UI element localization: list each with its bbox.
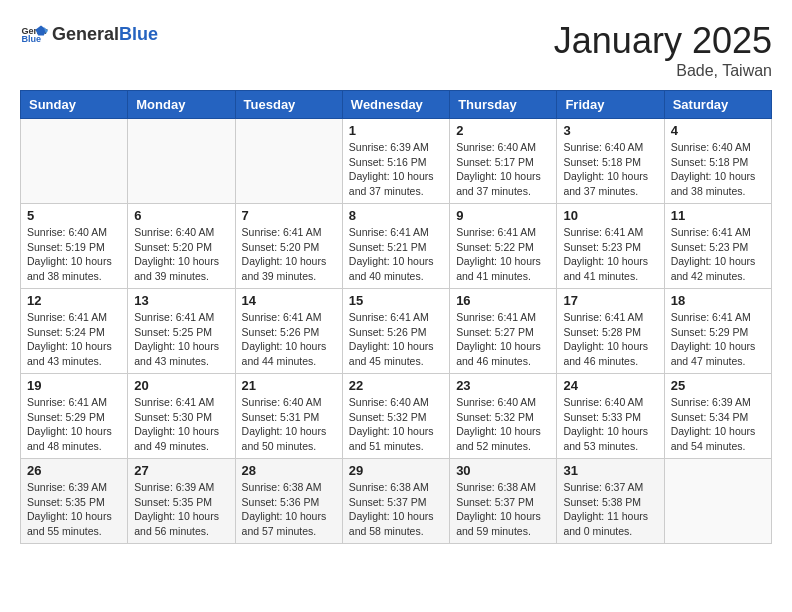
title-block: January 2025 Bade, Taiwan xyxy=(554,20,772,80)
day-info: Sunrise: 6:38 AMSunset: 5:37 PMDaylight:… xyxy=(456,480,550,539)
day-info: Sunrise: 6:39 AMSunset: 5:16 PMDaylight:… xyxy=(349,140,443,199)
day-cell: 12Sunrise: 6:41 AMSunset: 5:24 PMDayligh… xyxy=(21,289,128,374)
day-info: Sunrise: 6:41 AMSunset: 5:20 PMDaylight:… xyxy=(242,225,336,284)
day-info: Sunrise: 6:41 AMSunset: 5:23 PMDaylight:… xyxy=(671,225,765,284)
day-cell: 10Sunrise: 6:41 AMSunset: 5:23 PMDayligh… xyxy=(557,204,664,289)
day-number: 10 xyxy=(563,208,657,223)
day-cell: 16Sunrise: 6:41 AMSunset: 5:27 PMDayligh… xyxy=(450,289,557,374)
day-cell: 20Sunrise: 6:41 AMSunset: 5:30 PMDayligh… xyxy=(128,374,235,459)
day-cell: 30Sunrise: 6:38 AMSunset: 5:37 PMDayligh… xyxy=(450,459,557,544)
day-cell xyxy=(664,459,771,544)
day-cell: 22Sunrise: 6:40 AMSunset: 5:32 PMDayligh… xyxy=(342,374,449,459)
day-info: Sunrise: 6:40 AMSunset: 5:20 PMDaylight:… xyxy=(134,225,228,284)
day-cell xyxy=(235,119,342,204)
day-cell: 11Sunrise: 6:41 AMSunset: 5:23 PMDayligh… xyxy=(664,204,771,289)
day-number: 18 xyxy=(671,293,765,308)
day-cell: 13Sunrise: 6:41 AMSunset: 5:25 PMDayligh… xyxy=(128,289,235,374)
day-number: 2 xyxy=(456,123,550,138)
day-cell: 9Sunrise: 6:41 AMSunset: 5:22 PMDaylight… xyxy=(450,204,557,289)
day-info: Sunrise: 6:41 AMSunset: 5:29 PMDaylight:… xyxy=(27,395,121,454)
day-info: Sunrise: 6:41 AMSunset: 5:27 PMDaylight:… xyxy=(456,310,550,369)
header-sunday: Sunday xyxy=(21,91,128,119)
day-cell: 14Sunrise: 6:41 AMSunset: 5:26 PMDayligh… xyxy=(235,289,342,374)
day-info: Sunrise: 6:37 AMSunset: 5:38 PMDaylight:… xyxy=(563,480,657,539)
day-cell xyxy=(128,119,235,204)
day-cell: 17Sunrise: 6:41 AMSunset: 5:28 PMDayligh… xyxy=(557,289,664,374)
week-row-4: 19Sunrise: 6:41 AMSunset: 5:29 PMDayligh… xyxy=(21,374,772,459)
day-number: 17 xyxy=(563,293,657,308)
day-number: 14 xyxy=(242,293,336,308)
day-number: 20 xyxy=(134,378,228,393)
logo-icon: General Blue xyxy=(20,20,48,48)
day-info: Sunrise: 6:40 AMSunset: 5:19 PMDaylight:… xyxy=(27,225,121,284)
day-cell: 31Sunrise: 6:37 AMSunset: 5:38 PMDayligh… xyxy=(557,459,664,544)
day-cell: 15Sunrise: 6:41 AMSunset: 5:26 PMDayligh… xyxy=(342,289,449,374)
header-friday: Friday xyxy=(557,91,664,119)
day-info: Sunrise: 6:41 AMSunset: 5:26 PMDaylight:… xyxy=(349,310,443,369)
day-cell: 23Sunrise: 6:40 AMSunset: 5:32 PMDayligh… xyxy=(450,374,557,459)
day-cell: 5Sunrise: 6:40 AMSunset: 5:19 PMDaylight… xyxy=(21,204,128,289)
day-number: 23 xyxy=(456,378,550,393)
day-number: 3 xyxy=(563,123,657,138)
day-number: 5 xyxy=(27,208,121,223)
day-cell: 2Sunrise: 6:40 AMSunset: 5:17 PMDaylight… xyxy=(450,119,557,204)
day-info: Sunrise: 6:41 AMSunset: 5:22 PMDaylight:… xyxy=(456,225,550,284)
day-cell: 29Sunrise: 6:38 AMSunset: 5:37 PMDayligh… xyxy=(342,459,449,544)
day-info: Sunrise: 6:41 AMSunset: 5:23 PMDaylight:… xyxy=(563,225,657,284)
day-cell xyxy=(21,119,128,204)
day-number: 28 xyxy=(242,463,336,478)
calendar-table: Sunday Monday Tuesday Wednesday Thursday… xyxy=(20,90,772,544)
day-cell: 6Sunrise: 6:40 AMSunset: 5:20 PMDaylight… xyxy=(128,204,235,289)
day-number: 21 xyxy=(242,378,336,393)
logo: General Blue GeneralBlue xyxy=(20,20,158,48)
day-number: 25 xyxy=(671,378,765,393)
logo-text-blue: Blue xyxy=(119,24,158,44)
svg-text:Blue: Blue xyxy=(21,34,41,44)
day-info: Sunrise: 6:41 AMSunset: 5:24 PMDaylight:… xyxy=(27,310,121,369)
day-cell: 4Sunrise: 6:40 AMSunset: 5:18 PMDaylight… xyxy=(664,119,771,204)
day-cell: 7Sunrise: 6:41 AMSunset: 5:20 PMDaylight… xyxy=(235,204,342,289)
header-thursday: Thursday xyxy=(450,91,557,119)
day-info: Sunrise: 6:41 AMSunset: 5:28 PMDaylight:… xyxy=(563,310,657,369)
location: Bade, Taiwan xyxy=(554,62,772,80)
day-number: 7 xyxy=(242,208,336,223)
header-wednesday: Wednesday xyxy=(342,91,449,119)
logo-text-general: General xyxy=(52,24,119,44)
week-row-3: 12Sunrise: 6:41 AMSunset: 5:24 PMDayligh… xyxy=(21,289,772,374)
day-info: Sunrise: 6:40 AMSunset: 5:18 PMDaylight:… xyxy=(671,140,765,199)
day-info: Sunrise: 6:41 AMSunset: 5:30 PMDaylight:… xyxy=(134,395,228,454)
day-info: Sunrise: 6:41 AMSunset: 5:26 PMDaylight:… xyxy=(242,310,336,369)
day-cell: 27Sunrise: 6:39 AMSunset: 5:35 PMDayligh… xyxy=(128,459,235,544)
day-info: Sunrise: 6:39 AMSunset: 5:34 PMDaylight:… xyxy=(671,395,765,454)
day-info: Sunrise: 6:39 AMSunset: 5:35 PMDaylight:… xyxy=(134,480,228,539)
day-info: Sunrise: 6:38 AMSunset: 5:37 PMDaylight:… xyxy=(349,480,443,539)
page-header: General Blue GeneralBlue January 2025 Ba… xyxy=(20,20,772,80)
day-number: 12 xyxy=(27,293,121,308)
header-saturday: Saturday xyxy=(664,91,771,119)
day-number: 8 xyxy=(349,208,443,223)
day-number: 13 xyxy=(134,293,228,308)
day-cell: 1Sunrise: 6:39 AMSunset: 5:16 PMDaylight… xyxy=(342,119,449,204)
day-info: Sunrise: 6:40 AMSunset: 5:32 PMDaylight:… xyxy=(349,395,443,454)
header-tuesday: Tuesday xyxy=(235,91,342,119)
header-monday: Monday xyxy=(128,91,235,119)
day-number: 19 xyxy=(27,378,121,393)
day-cell: 24Sunrise: 6:40 AMSunset: 5:33 PMDayligh… xyxy=(557,374,664,459)
day-cell: 18Sunrise: 6:41 AMSunset: 5:29 PMDayligh… xyxy=(664,289,771,374)
day-number: 15 xyxy=(349,293,443,308)
day-cell: 21Sunrise: 6:40 AMSunset: 5:31 PMDayligh… xyxy=(235,374,342,459)
day-number: 29 xyxy=(349,463,443,478)
day-info: Sunrise: 6:41 AMSunset: 5:21 PMDaylight:… xyxy=(349,225,443,284)
day-cell: 8Sunrise: 6:41 AMSunset: 5:21 PMDaylight… xyxy=(342,204,449,289)
week-row-5: 26Sunrise: 6:39 AMSunset: 5:35 PMDayligh… xyxy=(21,459,772,544)
day-info: Sunrise: 6:40 AMSunset: 5:18 PMDaylight:… xyxy=(563,140,657,199)
day-number: 11 xyxy=(671,208,765,223)
day-number: 1 xyxy=(349,123,443,138)
day-number: 26 xyxy=(27,463,121,478)
day-info: Sunrise: 6:39 AMSunset: 5:35 PMDaylight:… xyxy=(27,480,121,539)
day-number: 24 xyxy=(563,378,657,393)
day-cell: 19Sunrise: 6:41 AMSunset: 5:29 PMDayligh… xyxy=(21,374,128,459)
day-cell: 25Sunrise: 6:39 AMSunset: 5:34 PMDayligh… xyxy=(664,374,771,459)
month-title: January 2025 xyxy=(554,20,772,62)
day-number: 6 xyxy=(134,208,228,223)
